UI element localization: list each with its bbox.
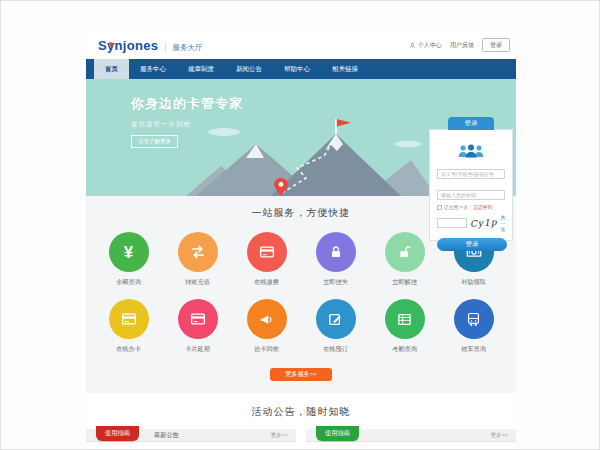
hero-copy: 你身边的卡管专家 提供捷径一步到校 点击了解更多 [131, 95, 243, 148]
header: Synjones | 服务大厅 个人中心 用户反馈 登录 [86, 31, 516, 59]
logo[interactable]: Synjones | 服务大厅 [98, 38, 203, 53]
service-item-card-extend[interactable]: 卡片延期 [163, 299, 232, 354]
hero-banner: 你身边的卡管专家 提供捷径一步到校 点击了解更多 [86, 79, 516, 196]
users-group-icon [437, 144, 505, 158]
service-item-transfer[interactable]: 转账充值 [163, 232, 232, 287]
announcement-bar-left: 使用指南 最新公告 更多>> [86, 429, 296, 442]
header-login-button[interactable]: 登录 [482, 38, 510, 52]
announcement-panel-left: 使用指南 最新公告 更多>> [86, 429, 296, 450]
captcha-refresh-link[interactable]: 换一张 [500, 214, 505, 232]
captcha-image[interactable]: Cy1p [470, 217, 498, 229]
portal-name: 服务大厅 [173, 43, 203, 53]
captcha-input[interactable] [437, 218, 467, 228]
nav-item-service-center[interactable]: 服务中心 [129, 59, 177, 79]
schedule-icon [396, 311, 413, 328]
service-item-report-loss[interactable]: 立即挂失 [301, 232, 370, 287]
screenshot-canvas: Synjones | 服务大厅 个人中心 用户反馈 登录 [0, 0, 600, 450]
nav-item-links[interactable]: 相关链接 [321, 59, 369, 79]
feedback-link[interactable]: 用户反馈 [450, 41, 474, 50]
nav-item-home[interactable]: 首页 [94, 59, 129, 79]
hero-subtitle: 提供捷径一步到校 [131, 120, 243, 129]
announcement-bar-right: 使用指南 更多>> [306, 429, 516, 442]
card-icon [189, 310, 207, 328]
service-item-school-bus[interactable]: 校车查询 [439, 299, 508, 354]
bank-card-icon [258, 243, 276, 261]
forgot-password-link[interactable]: 忘记密码 [473, 204, 492, 210]
yen-icon: ¥ [124, 244, 133, 261]
login-tab[interactable]: 登录 [448, 117, 494, 130]
username-input[interactable] [437, 169, 505, 179]
bus-icon [465, 311, 482, 328]
remember-label: 记住用户名 [444, 204, 468, 210]
service-item-balance[interactable]: ¥ 余额查询 [94, 232, 163, 287]
more-services-button[interactable]: 更多服务>> [270, 368, 332, 381]
login-submit-button[interactable]: 登录 [437, 238, 507, 251]
usage-guide-ribbon-red[interactable]: 使用指南 [96, 426, 139, 441]
announcement-body-left [86, 442, 296, 450]
header-links: 个人中心 用户反馈 登录 [409, 38, 510, 52]
more-link-right[interactable]: 更多>> [491, 432, 508, 439]
transfer-icon [189, 243, 207, 261]
nav-item-rules[interactable]: 规章制度 [177, 59, 225, 79]
announcements-section: 活动公告，随时知晓 使用指南 最新公告 更多>> 使用指南 更多>> [86, 393, 516, 450]
main-nav: 首页 服务中心 规章制度 新闻公告 帮助中心 相关链接 [86, 59, 516, 79]
latest-news-tab[interactable]: 最新公告 [154, 431, 179, 440]
lock-icon [328, 244, 344, 260]
hero-title: 你身边的卡管专家 [131, 95, 243, 113]
megaphone-icon [258, 311, 275, 328]
usage-guide-ribbon-green[interactable]: 使用指南 [316, 426, 359, 441]
captcha-row: Cy1p 换一张 [437, 214, 505, 232]
card-icon [120, 310, 138, 328]
service-item-pay[interactable]: 在线缴费 [232, 232, 301, 287]
announcements-title: 活动公告，随时知晓 [86, 405, 516, 419]
user-icon [409, 42, 416, 49]
announcement-panels: 使用指南 最新公告 更多>> 使用指南 更多>> [86, 429, 516, 450]
flag-icon [337, 119, 351, 127]
service-item-apply-card[interactable]: 在线办卡 [94, 299, 163, 354]
unlock-icon [397, 244, 413, 260]
logo-text: Synjones [98, 38, 158, 53]
announcement-body-right [306, 442, 516, 450]
service-item-attendance[interactable]: 考勤查询 [370, 299, 439, 354]
service-item-card-recycle[interactable]: 拾卡回收 [232, 299, 301, 354]
logo-divider: | [164, 42, 166, 52]
login-panel: 登录 记住用户名 | 忘记密码 [429, 129, 513, 241]
nav-item-news[interactable]: 新闻公告 [225, 59, 273, 79]
personal-center-link[interactable]: 个人中心 [409, 41, 442, 50]
login-options: 记住用户名 | 忘记密码 [437, 204, 505, 210]
edit-icon [327, 311, 344, 328]
site-container: Synjones | 服务大厅 个人中心 用户反馈 登录 [86, 31, 516, 450]
password-input[interactable] [437, 190, 505, 200]
hero-cta-button[interactable]: 点击了解更多 [131, 135, 178, 148]
announcement-panel-right: 使用指南 更多>> [306, 429, 516, 450]
remember-checkbox[interactable] [437, 205, 442, 210]
more-link-left[interactable]: 更多>> [271, 432, 288, 439]
nav-item-help[interactable]: 帮助中心 [273, 59, 321, 79]
service-item-booking[interactable]: 在线预订 [301, 299, 370, 354]
